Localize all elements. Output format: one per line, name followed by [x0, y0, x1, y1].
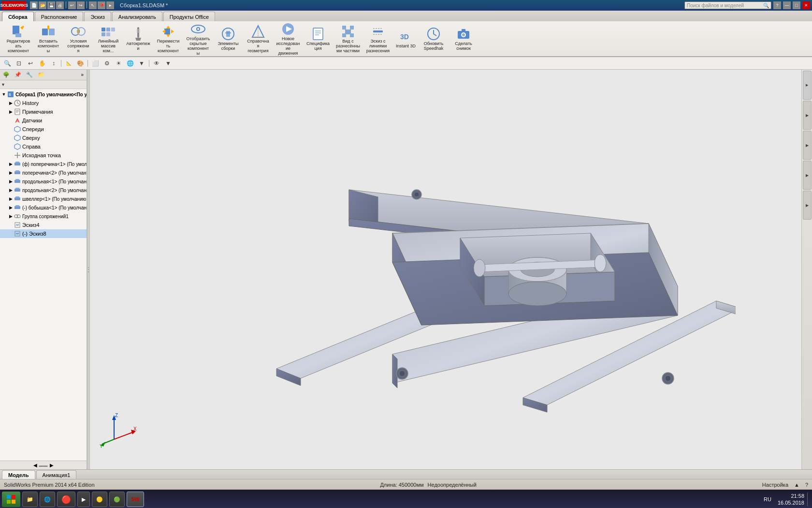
ribbon-insert-components[interactable]: Вставить компоненты	[34, 22, 63, 55]
right-btn-2[interactable]: ▶	[803, 101, 812, 130]
taskbar-show-desktop[interactable]	[807, 492, 810, 507]
scroll-right-btn[interactable]: ▶	[50, 463, 54, 468]
statusbar-help-btn[interactable]: ?	[805, 482, 808, 488]
popere2-expand[interactable]: ▶	[8, 170, 14, 175]
view-options-btn[interactable]: ⚙	[102, 59, 112, 68]
filter-toggle[interactable]: ▼	[1, 82, 5, 87]
popere1-expand[interactable]: ▶	[8, 162, 14, 166]
panel-tab-files[interactable]: 📁	[36, 71, 46, 79]
close-btn[interactable]: ✕	[802, 1, 810, 9]
shveller1-expand[interactable]: ▶	[8, 196, 14, 201]
search-icon[interactable]: 🔍	[763, 3, 769, 8]
tab-model[interactable]: Модель	[2, 470, 35, 479]
section-view-btn[interactable]: ⬜	[90, 59, 101, 68]
taskbar-browser[interactable]: 🌐	[40, 492, 55, 507]
view-orient-btn[interactable]: 📐	[63, 59, 74, 68]
statusbar-settings[interactable]: Настройка	[762, 482, 788, 488]
ribbon-bom[interactable]: Спецификация	[304, 25, 333, 53]
tree-right[interactable]: ▶ Справа	[0, 142, 87, 151]
right-btn-5[interactable]: ▶	[803, 191, 812, 220]
start-button[interactable]	[2, 492, 20, 507]
right-btn-1[interactable]: ▶	[803, 71, 812, 100]
tree-notes[interactable]: ▶ Примечания	[0, 107, 87, 116]
zoom-fit-btn[interactable]: ⊡	[14, 59, 24, 68]
snap-btn[interactable]: 📌	[98, 1, 105, 9]
ribbon-speedhak[interactable]: Обновить Speedhak	[419, 25, 448, 53]
right-btn-4[interactable]: ▶	[803, 161, 812, 190]
root-expand-icon[interactable]: ▼	[1, 92, 7, 97]
ribbon-show-hidden[interactable]: Отобразить скрытые компоненты	[184, 20, 213, 58]
panel-tab-tree[interactable]: 🌳	[1, 71, 12, 79]
panel-expand-btn[interactable]: »	[79, 72, 86, 77]
ribbon-move[interactable]: Переместить компонент	[154, 22, 183, 55]
rotate-btn[interactable]: ↕	[48, 59, 59, 68]
scroll-left-btn[interactable]: ◀	[33, 463, 37, 468]
tree-bobush1[interactable]: ▶ (-) бобышка<1> (По умолчан	[0, 203, 87, 212]
view-more-btn[interactable]: ▼	[163, 59, 174, 68]
tree-group1[interactable]: ▶ Группа сопряжений1	[0, 212, 87, 221]
undo-btn[interactable]: ↩	[68, 1, 76, 9]
prodol2-expand[interactable]: ▶	[8, 188, 14, 193]
open-btn[interactable]: 📂	[39, 1, 46, 9]
notes-expand[interactable]: ▶	[8, 109, 14, 114]
ribbon-mate[interactable]: Условия сопряжения	[64, 22, 93, 55]
ribbon-assembly-features[interactable]: Элементы сборки	[214, 25, 243, 53]
scene-btn[interactable]: ▼	[136, 59, 147, 68]
zoom-in-btn[interactable]: 🔍	[2, 59, 13, 68]
tab-eskiz[interactable]: Эскиз	[84, 12, 111, 21]
panel-tab-properties[interactable]: 📌	[13, 71, 23, 79]
help-btn[interactable]: ?	[773, 1, 781, 9]
tree-eskiz8[interactable]: ▶ (-) Эскиз8	[0, 229, 87, 238]
tab-sborka[interactable]: Сборка	[2, 12, 34, 21]
tab-analiz[interactable]: Анализировать	[112, 12, 162, 21]
tree-history[interactable]: ▶ History	[0, 99, 87, 107]
pan-btn[interactable]: ✋	[37, 59, 47, 68]
history-expand[interactable]: ▶	[8, 101, 14, 105]
ribbon-ref-geometry[interactable]: Справочная геометрия	[244, 22, 273, 55]
ribbon-snapshot[interactable]: Сделать снимок	[449, 25, 478, 53]
display-style-btn[interactable]: 🎨	[75, 59, 86, 68]
tree-popere1[interactable]: ▶ (ф) поперечина<1> (По умол	[0, 160, 87, 168]
print-btn[interactable]: 🖨	[56, 1, 64, 9]
appearances-btn[interactable]: 🌐	[125, 59, 135, 68]
panel-tab-config[interactable]: 🔧	[24, 71, 35, 79]
tree-top[interactable]: ▶ Сверху	[0, 134, 87, 142]
taskbar-app3[interactable]: 🔴	[57, 492, 75, 507]
taskbar-app6[interactable]: 🟢	[109, 492, 125, 507]
tree-prodol2[interactable]: ▶ продольная<2> (По умолчан	[0, 186, 87, 194]
taskbar-app5[interactable]: 🟡	[92, 492, 107, 507]
maximize-btn[interactable]: □	[793, 1, 800, 9]
tab-raspolozh[interactable]: Расположение	[35, 12, 84, 21]
hide-show-btn[interactable]: 👁	[151, 59, 162, 68]
tree-eskiz4[interactable]: ▶ Эскиз4	[0, 221, 87, 229]
bobush1-expand[interactable]: ▶	[8, 205, 14, 210]
lights-btn[interactable]: ☀	[113, 59, 124, 68]
save-btn[interactable]: 💾	[47, 1, 55, 9]
redo-btn[interactable]: ↪	[77, 1, 85, 9]
prodol1-expand[interactable]: ▶	[8, 179, 14, 184]
tree-front[interactable]: ▶ Спереди	[0, 125, 87, 134]
taskbar-explorer[interactable]: 📁	[22, 492, 38, 507]
search-field[interactable]: Поиск файлов и моделей	[687, 3, 744, 8]
tree-root[interactable]: ▼ S Сборка1 (По умолчанию<По ум	[0, 90, 87, 99]
sel-btn[interactable]: ↖	[89, 1, 97, 9]
tree-sensors[interactable]: ▶ Датчики	[0, 116, 87, 125]
ribbon-edit-component[interactable]: Редактировать компонент	[4, 22, 33, 55]
more-btn[interactable]: ▸	[106, 1, 114, 9]
ribbon-autofasteners[interactable]: Автокрепежи	[124, 25, 153, 53]
ribbon-exploded-view[interactable]: Вид с разнесёнными частями	[334, 22, 362, 55]
group1-expand[interactable]: ▶	[8, 214, 14, 219]
taskbar-solidworks[interactable]: SW	[127, 492, 144, 507]
tree-popere2[interactable]: ▶ поперечина<2> (По умолчан	[0, 168, 87, 177]
zoom-prev-btn[interactable]: ↩	[25, 59, 36, 68]
ribbon-motion-study[interactable]: Новое исследование движения	[274, 20, 303, 58]
ribbon-explode-sketch[interactable]: Эскиз с линиями разнесения	[363, 22, 392, 55]
taskbar-lang-btn[interactable]: RU	[760, 492, 775, 507]
tree-prodol1[interactable]: ▶ продольная<1> (По умолчан	[0, 177, 87, 186]
statusbar-up-btn[interactable]: ▲	[794, 482, 799, 488]
ribbon-linear-pattern[interactable]: Линейный массив ком...	[94, 22, 123, 55]
tab-animation1[interactable]: Анимация1	[36, 470, 77, 479]
new-btn[interactable]: 📄	[30, 1, 38, 9]
tree-origin[interactable]: ▶ Исходная точка	[0, 151, 87, 160]
viewport[interactable]: Z X Y	[90, 70, 801, 469]
